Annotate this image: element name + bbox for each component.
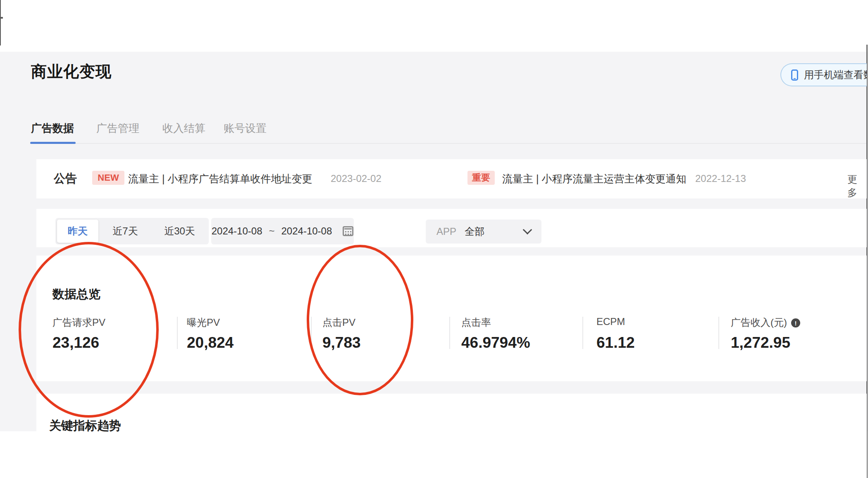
app-filter-label: APP [436, 226, 456, 237]
metric-divider [177, 317, 178, 349]
app-filter-value: 全部 [465, 225, 484, 238]
phone-icon [791, 69, 798, 81]
annotation-ellipse-ad-request-pv [19, 242, 159, 418]
announcement-date-2: 2022-12-13 [695, 173, 746, 184]
tab-bar-divider [30, 143, 866, 144]
key-metrics-trend-title: 关键指标趋势 [49, 418, 121, 434]
annotation-ellipse-click-pv [307, 245, 413, 395]
tab-income-settlement[interactable]: 收入结算 [162, 121, 205, 136]
announcement-title: 公告 [54, 171, 77, 186]
app-filter-select[interactable]: APP 全部 [426, 220, 541, 244]
date-range-start: 2024-10-08 [212, 225, 262, 237]
screenshot-stage: 商业化变现 用手机端查看数据 广告数据 广告管理 收入结算 账号设置 公告 NE… [0, 0, 868, 478]
metric-label-ecpm: ECPM [596, 316, 625, 327]
new-badge: NEW [92, 171, 124, 185]
key-metrics-trend-card: 关键指标趋势 [36, 394, 867, 478]
filter-bar: 昨天 近7天 近30天 2024-10-08 ~ 2024-10-08 APP … [36, 209, 867, 247]
important-badge: 重要 [467, 171, 495, 185]
screen-edge-artifact-tick [0, 17, 3, 19]
tab-account-settings[interactable]: 账号设置 [224, 121, 267, 136]
active-tab-underline [30, 142, 76, 144]
metric-divider [449, 317, 450, 349]
announcement-bar: 公告 NEW 流量主 | 小程序广告结算单收件地址变更 2023-02-02 重… [36, 159, 867, 198]
announcement-link-2[interactable]: 流量主 | 小程序流量主运营主体变更通知 [502, 172, 686, 186]
announcement-more-link[interactable]: 更多 [847, 173, 867, 199]
chevron-down-icon [523, 225, 532, 234]
view-on-mobile-label: 用手机端查看数据 [804, 68, 867, 81]
metric-value-ad-income: 1,272.95 [731, 334, 790, 351]
metric-value-ecpm: 61.12 [596, 334, 635, 351]
calendar-icon [343, 226, 353, 236]
metric-divider [718, 317, 719, 349]
page-title: 商业化变现 [31, 61, 112, 82]
screen-edge-artifact-left [0, 0, 1, 45]
date-range-picker[interactable]: 2024-10-08 ~ 2024-10-08 [211, 218, 354, 244]
view-on-mobile-button[interactable]: 用手机端查看数据 [780, 63, 867, 86]
announcement-link-1[interactable]: 流量主 | 小程序广告结算单收件地址变更 [128, 172, 312, 186]
metric-divider [582, 317, 583, 349]
date-quick-range-segmented-control: 昨天 近7天 近30天 [55, 218, 209, 244]
metric-value-click-rate: 46.9794% [461, 334, 530, 351]
quick-range-7days[interactable]: 近7天 [98, 218, 152, 244]
metric-label-click-rate: 点击率 [461, 316, 491, 329]
date-range-end: 2024-10-08 [281, 225, 332, 237]
data-overview-card: 数据总览 广告请求PV 23,126 曝光PV 20,824 点击PV 9,78… [36, 256, 867, 381]
announcement-date-1: 2023-02-02 [331, 173, 382, 184]
metric-label-ad-income: 广告收入(元) [731, 316, 800, 329]
quick-range-yesterday[interactable]: 昨天 [57, 220, 98, 243]
metric-label-exposure-pv: 曝光PV [187, 316, 220, 329]
date-range-separator: ~ [269, 225, 274, 237]
tab-ad-data[interactable]: 广告数据 [31, 121, 74, 136]
metric-value-exposure-pv: 20,824 [187, 334, 234, 351]
ad-income-label-text: 广告收入(元) [731, 316, 787, 329]
quick-range-30days[interactable]: 近30天 [152, 218, 207, 244]
info-icon[interactable] [791, 318, 800, 327]
tab-ad-management[interactable]: 广告管理 [96, 121, 139, 136]
